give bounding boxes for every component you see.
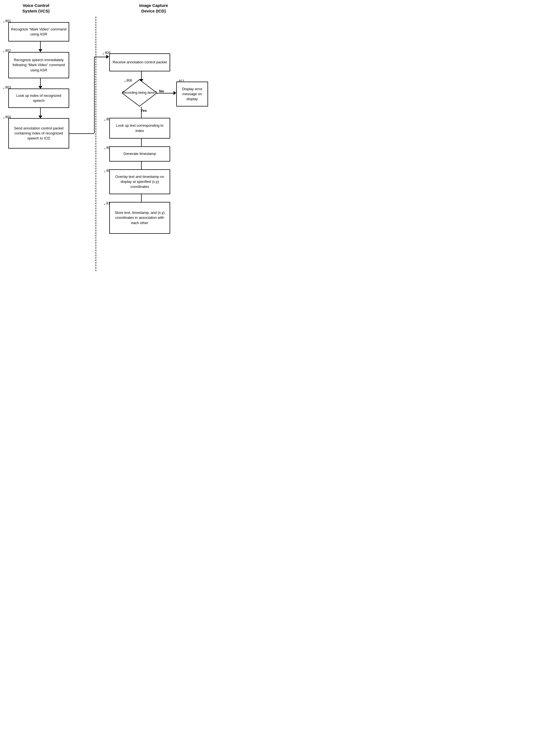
arrow-no-head xyxy=(173,91,176,95)
box-809: Overlay text and timestamp on display at… xyxy=(109,169,170,194)
arrow-to-805 xyxy=(106,55,109,59)
arrow-801-802 xyxy=(38,42,42,52)
icd-header: image Capture Device (ICD) xyxy=(119,3,188,14)
vcs-header: Voice Control System (VCS) xyxy=(8,3,64,14)
arrow-802-803 xyxy=(38,78,42,89)
box-805: Receive annotation control packet xyxy=(109,53,170,71)
diamond-806-wrapper: Recording being done? xyxy=(121,79,157,107)
arrow-no-line xyxy=(157,93,175,94)
box-803: Look up index of recognized speech xyxy=(8,89,69,108)
diagram-container: Voice Control System (VCS) image Capture… xyxy=(0,0,210,275)
box-808: Generate timestamp xyxy=(109,146,170,162)
box-801: Recognize “Mark Video” command using ASR xyxy=(8,22,69,42)
box-811: Display error message on display xyxy=(176,82,208,107)
connector-804-up xyxy=(94,57,95,133)
connector-804-to-805 xyxy=(94,57,108,57)
arrow-803-804 xyxy=(38,108,42,118)
connector-804-right xyxy=(69,133,94,134)
box-807: Look up text corresponding to index xyxy=(109,118,170,139)
column-divider xyxy=(95,17,96,271)
box-802: Recognize speech immediately following “… xyxy=(8,52,69,78)
box-804: Send annotation control packet containin… xyxy=(8,118,69,149)
box-810: Store text, timestamp, and (x,y) coordin… xyxy=(109,202,170,234)
no-label: No xyxy=(159,89,164,93)
